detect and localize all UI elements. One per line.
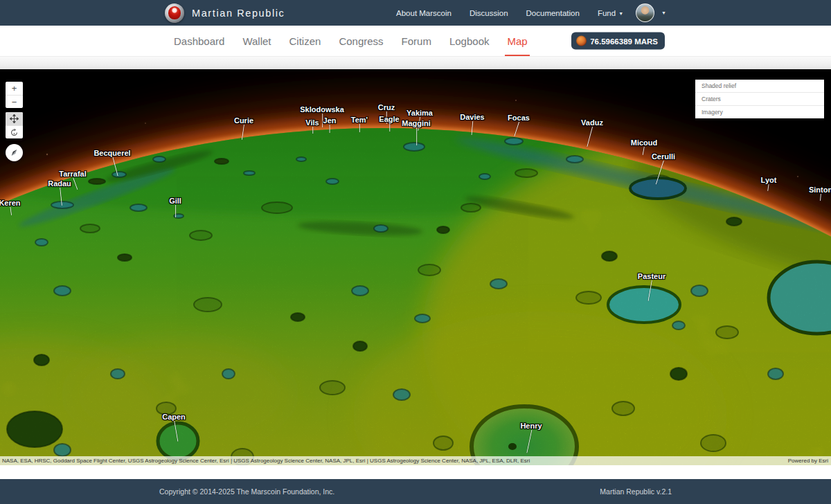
powered-by-esri[interactable]: Powered by Esri <box>788 458 831 464</box>
marscoin-logo-icon[interactable] <box>165 3 184 23</box>
tab-dashboard[interactable]: Dashboard <box>165 26 233 56</box>
user-menu-caret-icon[interactable]: ▼ <box>661 10 666 15</box>
crater-label-yakima[interactable]: Yakima <box>406 109 433 117</box>
crater-label-gill[interactable]: Gill <box>169 197 181 205</box>
nav-link-about-marscoin[interactable]: About Marscoin <box>396 9 452 17</box>
crater-label-jen[interactable]: Jen <box>323 116 337 125</box>
zoom-control: + − <box>6 82 23 108</box>
crater-label-cruz[interactable]: Cruz <box>378 103 395 111</box>
label-leader-line <box>359 124 360 132</box>
crater-label-lyot[interactable]: Lyot <box>761 176 777 184</box>
layer-option-craters[interactable]: Craters <box>695 93 824 106</box>
nav-link-fund[interactable]: Fund▼ <box>598 9 623 17</box>
logo-glint <box>172 8 177 13</box>
label-leader-line <box>330 125 330 133</box>
crater-label-pasteur[interactable]: Pasteur <box>638 272 665 280</box>
copyright-text: Copyright © 2014-2025 The Marscoin Found… <box>159 487 334 496</box>
crater-label-keren[interactable]: Keren <box>0 199 21 207</box>
crater-label-vaduz[interactable]: Vaduz <box>581 118 603 127</box>
rotate-icon <box>10 128 19 137</box>
tab-forum[interactable]: Forum <box>393 26 440 56</box>
crater-label-capen[interactable]: Capen <box>162 413 186 421</box>
navigation-mode-control <box>6 112 23 138</box>
compass-button[interactable] <box>6 144 23 161</box>
crater-label-tem[interactable]: Tem' <box>351 116 368 124</box>
nav-link-documentation[interactable]: Documentation <box>526 9 580 17</box>
attribution-text: NASA, ESA, HRSC, Goddard Space Flight Ce… <box>0 458 788 464</box>
mars-balance-button[interactable]: 76.5966389 MARS <box>571 33 665 50</box>
zoom-in-button[interactable]: + <box>6 82 23 95</box>
compass-needle-icon <box>9 147 19 158</box>
crater-label-becquerel[interactable]: Becquerel <box>93 149 130 157</box>
zoom-out-button[interactable]: − <box>6 95 23 108</box>
mars-balance-text: 76.5966389 MARS <box>590 37 658 45</box>
rotate-mode-button[interactable] <box>6 125 23 138</box>
crater-label-henry[interactable]: Henry <box>520 422 542 430</box>
app-version: Martian Republic v.2.1 <box>600 487 672 496</box>
mars-globe-scene <box>0 69 831 465</box>
footer: Copyright © 2014-2025 The Marscoin Found… <box>0 479 831 504</box>
layer-option-shaded-relief[interactable]: Shaded relief <box>695 80 824 93</box>
pan-mode-button[interactable] <box>6 112 23 125</box>
pan-icon <box>10 114 19 123</box>
label-leader-line <box>416 127 417 145</box>
layer-picker: Shaded reliefCratersImagery <box>695 80 824 118</box>
page-gap <box>0 465 831 479</box>
fund-caret-icon: ▼ <box>618 11 623 16</box>
crater-label-sinton[interactable]: Sinton <box>809 186 831 194</box>
marscoin-icon <box>576 36 587 46</box>
tab-wallet[interactable]: Wallet <box>233 26 280 56</box>
tab-bar: DashboardWalletCitizenCongressForumLogbo… <box>0 26 831 57</box>
layer-option-imagery[interactable]: Imagery <box>695 106 824 118</box>
crater-label-focas[interactable]: Focas <box>508 114 530 122</box>
crater-label-eagle[interactable]: Eagle <box>379 115 399 123</box>
map-attribution-bar: NASA, ESA, HRSC, Goddard Space Flight Ce… <box>0 456 831 465</box>
tab-citizen[interactable]: Citizen <box>280 26 330 56</box>
top-navbar: Martian Republic About MarscoinDiscussio… <box>0 0 831 26</box>
crater-label-curie[interactable]: Curie <box>234 116 253 125</box>
crater-label-vils[interactable]: Vils <box>305 118 319 127</box>
crater-label-davies[interactable]: Davies <box>460 113 484 121</box>
tabs: DashboardWalletCitizenCongressForumLogbo… <box>165 26 537 56</box>
crater-label-tarrafal[interactable]: Tarrafal <box>59 170 87 178</box>
navbar-links: About MarscoinDiscussionDocumentationFun… <box>396 9 623 17</box>
crater-label-sklodowska[interactable]: Sklodowska <box>300 105 344 114</box>
label-leader-line <box>312 127 313 134</box>
label-leader-line <box>389 123 390 132</box>
nav-link-discussion[interactable]: Discussion <box>470 9 508 17</box>
sub-header-strip <box>0 57 831 69</box>
crater-label-micoud[interactable]: Micoud <box>631 138 658 147</box>
brand-title[interactable]: Martian Republic <box>192 8 285 19</box>
tab-congress[interactable]: Congress <box>330 26 392 56</box>
label-leader-line <box>175 205 176 217</box>
tab-map[interactable]: Map <box>498 26 536 56</box>
tab-logbook[interactable]: Logbook <box>440 26 499 56</box>
crater-label-cerulli[interactable]: Cerulli <box>652 152 675 161</box>
crater-label-radau[interactable]: Radau <box>48 179 71 188</box>
crater-label-maggini[interactable]: Maggini <box>402 119 431 127</box>
mars-map[interactable]: CurieSklodowskaVilsJenTem'CruzEagleYakim… <box>0 69 831 465</box>
user-avatar[interactable] <box>636 3 654 22</box>
